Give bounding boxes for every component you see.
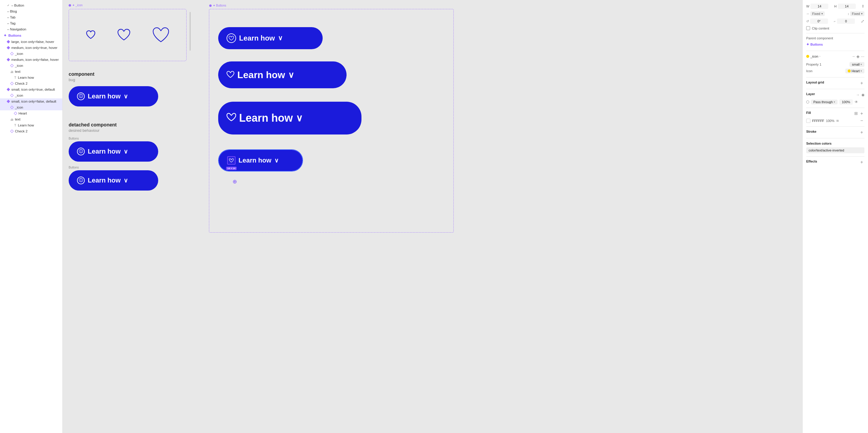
fill-color-swatch[interactable] — [806, 119, 810, 123]
sidebar-item-navigation[interactable]: – Navigation — [0, 26, 62, 32]
learn-how-button-large[interactable]: Learn how ∨ — [218, 27, 323, 49]
btn-selected-icon: 14 × 14 — [227, 156, 236, 165]
diamond-icon — [10, 106, 13, 109]
sidebar-item-icon1[interactable]: _icon — [0, 51, 62, 57]
selection-color-row: color/text/active-inverted — [806, 147, 864, 153]
height-type-select[interactable]: Fixed ▾ — [850, 11, 864, 16]
rotation-input[interactable] — [810, 19, 828, 24]
learn-how-button-selected[interactable]: 14 × 14 Learn how ∨ — [219, 150, 302, 171]
opacity-input[interactable] — [839, 99, 853, 105]
width-group: W — [806, 4, 828, 9]
divider-8 — [806, 156, 864, 157]
height-input[interactable] — [838, 4, 856, 9]
sidebar-item-learnhow2[interactable]: T Learn how — [0, 122, 62, 128]
component-button[interactable]: ⓘ Learn how ∨ — [69, 86, 158, 106]
detach-icon[interactable]: ◈ — [856, 54, 860, 59]
learn-how-button-medium[interactable]: Learn how ∨ — [218, 61, 346, 88]
clip-checkbox[interactable] — [806, 26, 810, 30]
sidebar-item-tag[interactable]: – Tag — [0, 20, 62, 26]
size-badge: 14 × 14 — [226, 167, 237, 170]
icon-frame-label: ✦ _icon — [69, 4, 83, 7]
sidebar-item-check2-1[interactable]: Check 2 — [0, 80, 62, 87]
diamond-icon — [10, 129, 13, 133]
info-icon: ⓘ — [77, 176, 85, 184]
add-effect-btn[interactable]: + — [859, 160, 864, 165]
sidebar-item-text1[interactable]: text — [0, 69, 62, 74]
learn-how-button-large2[interactable]: Learn how ∨ — [218, 102, 362, 134]
info-icon: ⓘ — [77, 147, 85, 155]
width-input[interactable] — [810, 4, 828, 9]
more-options-icon[interactable]: ··· — [861, 54, 864, 59]
fill-options-icon[interactable]: ≋ — [836, 119, 839, 123]
add-layout-grid-btn[interactable]: + — [859, 80, 864, 86]
divider-3 — [806, 77, 864, 77]
corner-group: ⌐ — [834, 19, 855, 24]
frame-dot — [209, 4, 212, 7]
chevron-down-icon: ∨ — [288, 70, 294, 80]
sidebar-item-small-icon-true[interactable]: small, icon only=true, default — [0, 87, 62, 93]
sidebar-item-learnhow1[interactable]: T Learn how — [0, 74, 62, 80]
dimensions-row: W H ⇕ — [806, 4, 864, 9]
heart-large — [153, 27, 169, 43]
add-stroke-btn[interactable]: + — [859, 130, 864, 135]
resize-icon: ⇕ — [862, 4, 864, 8]
move-handle[interactable]: ⊕ — [232, 178, 237, 185]
detached-button-2[interactable]: ⓘ Learn how ∨ — [69, 170, 158, 191]
sidebar-item-blog[interactable]: – Blog — [0, 8, 62, 14]
component-sub: bug — [69, 77, 158, 82]
sidebar-item-tab[interactable]: – Tab — [0, 14, 62, 20]
detached-button-1[interactable]: ⓘ Learn how ∨ — [69, 141, 158, 162]
sidebar-item-small-icon-false[interactable]: small, icon only=false, default — [0, 98, 62, 104]
chevron-icon: ✓ — [7, 4, 9, 7]
sidebar-item-icon2[interactable]: _icon — [0, 63, 62, 69]
selection-color-value[interactable]: color/text/active-inverted — [806, 147, 864, 153]
sidebar-item-check2-2[interactable]: Check 2 — [0, 128, 62, 134]
corner-icon: ⌐ — [834, 20, 836, 23]
go-to-component-icon[interactable]: → — [851, 54, 855, 59]
diamond-fill-icon — [6, 58, 10, 61]
layer-eye-icon[interactable]: ◉ — [862, 93, 864, 97]
sidebar-item-medium-icon-true[interactable]: medium, icon only=true, hover — [0, 45, 62, 51]
selected-border: 14 × 14 Learn how ∨ — [218, 149, 303, 171]
expand-icon[interactable]: ⤢ — [861, 19, 864, 24]
component-dot-icon — [806, 55, 809, 58]
chevron-down-icon: ∨ — [274, 157, 279, 164]
sidebar-item-button[interactable]: ✓ – Button — [0, 2, 62, 8]
sidebar-section-buttons[interactable]: ✦ Buttons — [0, 32, 62, 39]
diamond-fill-icon — [6, 100, 10, 103]
diamond-icon — [10, 64, 13, 67]
sidebar-item-medium-icon-false[interactable]: medium, icon only=false, hover — [0, 57, 62, 63]
chevron-down-icon: ∨ — [124, 177, 128, 184]
property1-select[interactable]: small ▾ — [849, 62, 864, 67]
layout-grid-row: Layout grid + — [806, 80, 864, 86]
buttons-frame-label: ✦ Buttons — [209, 4, 226, 7]
diamond-icon — [10, 82, 13, 85]
right-panel: W H ⇕ ↔ Fixed ▾ ↕ Fixed ▾ ↺ — [802, 0, 868, 433]
remove-fill-btn[interactable]: − — [859, 118, 864, 124]
resize-h-icon: ↔ — [806, 12, 809, 15]
scrollbar[interactable] — [190, 12, 191, 51]
passthrough-select[interactable]: Pass through ▾ — [811, 100, 838, 104]
layer-mode-icon: → — [856, 93, 860, 97]
fill-actions: ⊞ + — [854, 111, 864, 116]
sidebar-item-text2[interactable]: text — [0, 116, 62, 122]
btn-heart-icon — [226, 69, 234, 80]
sidebar-item-icon3[interactable]: _icon — [0, 93, 62, 98]
rotation-row: ↺ ⌐ ⤢ — [806, 19, 864, 24]
frame-dot — [69, 4, 71, 6]
corner-input[interactable] — [837, 19, 855, 24]
parent-component-row: ✦ Buttons — [806, 41, 864, 48]
fill-resize-icon[interactable]: ⊞ — [854, 111, 858, 116]
icon-select[interactable]: Heart ▾ — [845, 69, 864, 73]
sidebar-item-large[interactable]: large, icon only=false, hover — [0, 39, 62, 45]
large-button-container: Learn how ∨ — [218, 27, 323, 49]
sidebar-item-heart[interactable]: Heart — [0, 110, 62, 116]
bars-icon — [11, 70, 13, 73]
icons-container — [69, 9, 187, 61]
width-type-select[interactable]: Fixed ▾ — [810, 11, 825, 16]
eye-icon[interactable]: 👁 — [855, 100, 858, 104]
add-fill-btn[interactable]: + — [859, 111, 864, 116]
selected-button-container: 14 × 14 Learn how ∨ ⊕ — [218, 149, 303, 171]
sidebar-item-icon4[interactable]: _icon — [0, 104, 62, 110]
T-icon: T — [14, 76, 16, 79]
